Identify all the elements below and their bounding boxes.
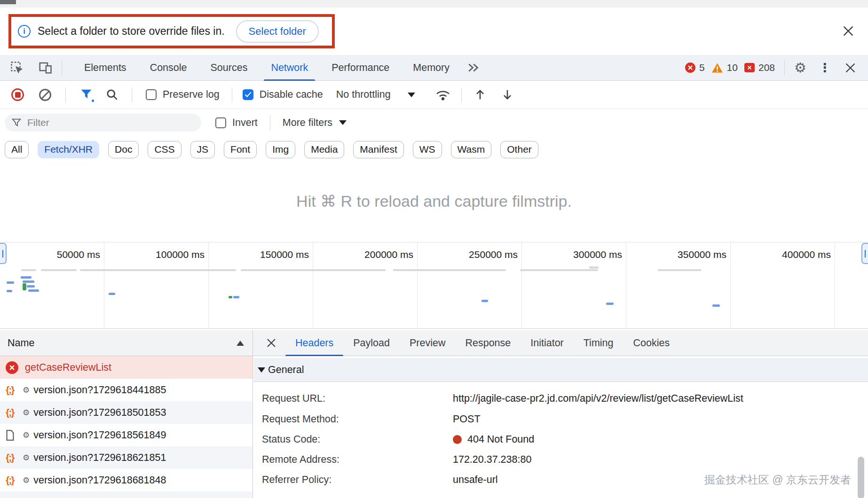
devtools-close-icon[interactable]	[844, 62, 857, 74]
export-har-icon[interactable]	[474, 88, 486, 101]
tab-preview[interactable]: Preview	[400, 330, 455, 356]
checkbox-unchecked[interactable]	[146, 89, 157, 100]
network-conditions-icon[interactable]	[435, 89, 451, 101]
clear-network-log-icon[interactable]	[39, 89, 51, 101]
request-row[interactable]: {;} ⚙ version.json?1729618441885	[0, 379, 253, 401]
tab-payload[interactable]: Payload	[343, 330, 400, 356]
error-count: 5	[699, 62, 705, 73]
gear-icon: ⚙	[23, 430, 30, 440]
tab-memory[interactable]: Memory	[401, 55, 461, 81]
more-filters-dropdown[interactable]: More filters	[283, 117, 347, 129]
request-error-icon	[6, 361, 18, 374]
close-detail-icon[interactable]	[266, 337, 277, 349]
request-name: version.json?1729618621851	[33, 452, 166, 464]
disable-cache-checkbox[interactable]: Disable cache	[243, 89, 323, 101]
preserve-log-checkbox[interactable]: Preserve log	[146, 89, 220, 101]
tab-network[interactable]: Network	[259, 55, 320, 81]
chip-img[interactable]: Img	[266, 141, 295, 158]
timeline-tick: 100000 ms	[104, 242, 209, 328]
timeline-tick: 250000 ms	[418, 242, 522, 328]
json-file-icon: {;}	[6, 407, 20, 418]
tab-performance[interactable]: Performance	[320, 55, 401, 81]
chip-doc[interactable]: Doc	[108, 141, 139, 158]
request-name: version.json?1729618501853	[33, 407, 166, 419]
tabbar-right-controls: 5 10 208 ⚙ ⋮	[685, 60, 868, 75]
request-row[interactable]: {;} ⚙ version.json?1729618621851	[0, 446, 253, 469]
checkbox-checked[interactable]	[243, 89, 253, 100]
divider	[65, 87, 66, 102]
invert-checkbox[interactable]: Invert	[215, 117, 258, 129]
settings-gear-icon[interactable]: ⚙	[794, 61, 806, 75]
timeline-right-handle[interactable]	[861, 243, 868, 264]
select-folder-button[interactable]: Select folder	[236, 20, 319, 43]
chip-wasm[interactable]: Wasm	[451, 141, 492, 158]
tab-response[interactable]: Response	[455, 330, 521, 356]
waterfall-mark	[7, 281, 14, 284]
detail-tabs: Headers Payload Preview Response Initiat…	[285, 330, 679, 356]
inspect-element-icon[interactable]	[10, 61, 24, 75]
tab-sources[interactable]: Sources	[199, 55, 260, 81]
issues-count: 208	[758, 62, 775, 73]
issues-icon	[744, 63, 755, 72]
tab-timing[interactable]: Timing	[574, 330, 623, 356]
device-toolbar-icon[interactable]	[38, 61, 52, 75]
sort-ascending-icon	[237, 341, 244, 346]
checkbox-unchecked[interactable]	[215, 117, 226, 128]
name-column-header[interactable]: Name	[8, 337, 34, 349]
timeline-left-handle[interactable]	[0, 243, 7, 264]
issues-count-badge[interactable]: 208	[744, 62, 775, 73]
field-value: 404 Not Found	[453, 434, 534, 445]
chip-manifest[interactable]: Manifest	[353, 141, 403, 158]
chevron-down-icon	[408, 93, 415, 97]
filter-input-pill[interactable]	[5, 114, 201, 132]
network-overview-timeline[interactable]: 50000 ms 100000 ms 150000 ms 200000 ms 2…	[0, 242, 868, 329]
request-row[interactable]: {;} ⚙ version.json?1729618501853	[0, 401, 253, 424]
tab-cookies[interactable]: Cookies	[623, 330, 680, 356]
import-har-icon[interactable]	[501, 88, 513, 101]
vertical-scrollbar-thumb[interactable]	[858, 457, 864, 498]
tab-initiator[interactable]: Initiator	[521, 330, 574, 356]
request-row[interactable]: {;} ⚙ version.json?1729618741875	[0, 491, 253, 498]
chip-media[interactable]: Media	[304, 141, 344, 158]
infobar-message: Select a folder to store override files …	[38, 25, 225, 38]
chip-js[interactable]: JS	[190, 141, 215, 158]
record-network-log-button[interactable]	[11, 88, 24, 101]
filter-input[interactable]	[27, 117, 182, 128]
more-tabs-icon[interactable]	[466, 61, 480, 75]
detail-tabs-band: Headers Payload Preview Response Initiat…	[253, 330, 868, 356]
request-row[interactable]: ⚙ version.json?1729618561849	[0, 424, 253, 446]
field-label: Request Method:	[262, 413, 339, 425]
throttling-dropdown[interactable]: No throttling	[336, 89, 415, 101]
field-label: Request URL:	[262, 393, 325, 405]
reload-hint-message: Hit ⌘ R to reload and capture filmstrip.	[0, 192, 868, 210]
chip-other[interactable]: Other	[500, 141, 538, 158]
more-options-icon[interactable]: ⋮	[819, 62, 831, 74]
overrides-infobar: i Select a folder to store override file…	[0, 8, 868, 55]
tab-console[interactable]: Console	[138, 55, 199, 81]
chip-font[interactable]: Font	[224, 141, 257, 158]
warning-count-badge[interactable]: 10	[711, 62, 738, 73]
general-section-header[interactable]: General	[253, 358, 868, 382]
document-file-icon	[6, 430, 20, 441]
waterfall-mark	[27, 285, 35, 288]
request-row-selected[interactable]: getCaseReviewList	[0, 356, 253, 379]
watermark: 掘金技术社区 @ 京东云开发者	[704, 473, 851, 487]
tab-elements[interactable]: Elements	[72, 55, 138, 81]
chip-fetch-xhr[interactable]: Fetch/XHR	[38, 141, 99, 158]
timeline-tick: 300000 ms	[522, 242, 626, 328]
warning-count: 10	[727, 62, 738, 73]
field-label: Status Code:	[262, 434, 320, 445]
request-row[interactable]: {;} ⚙ version.json?1729618681848	[0, 469, 253, 491]
info-icon: i	[18, 25, 31, 38]
infobar-close-icon[interactable]	[842, 24, 855, 38]
waterfall-mark	[481, 300, 488, 302]
tab-headers[interactable]: Headers	[285, 330, 343, 356]
filter-toggle-icon[interactable]	[80, 88, 93, 102]
request-table-header[interactable]: Name	[0, 330, 253, 356]
chip-all[interactable]: All	[5, 141, 29, 158]
search-icon[interactable]	[106, 88, 118, 101]
request-name: version.json?1729618441885	[33, 384, 166, 396]
chip-css[interactable]: CSS	[148, 141, 181, 158]
error-count-badge[interactable]: 5	[685, 62, 705, 73]
chip-ws[interactable]: WS	[413, 141, 442, 158]
